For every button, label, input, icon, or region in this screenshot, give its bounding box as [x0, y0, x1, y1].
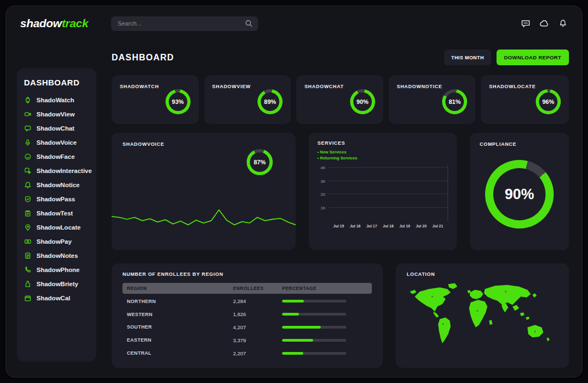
sidebar-item-shadowchat[interactable]: ShadowChat: [24, 124, 89, 132]
percentage-bar: [282, 339, 346, 342]
sidebar-item-shadowtest[interactable]: ShadowTest: [24, 209, 89, 217]
sidebar-item-shadowatch[interactable]: ShadoWatch: [24, 96, 89, 104]
sidebar-list: ShadoWatchShadowViewShadowChatShadowVoic…: [24, 96, 89, 302]
region-label: CENTRAL: [127, 350, 233, 356]
sidebar-item-label: ShadowTest: [36, 210, 73, 217]
services-plot: [328, 165, 448, 221]
gauge-card-shadownotice: SHADOWNOTICE81%: [389, 75, 476, 124]
percentage-bar: [282, 326, 346, 329]
interactive-icon: [24, 166, 32, 175]
download-report-button[interactable]: DOWNLOAD REPORT: [497, 50, 569, 65]
services-legend: New ServicesReturning Services: [317, 150, 448, 160]
sidebar-item-label: ShadowBriety: [36, 281, 78, 287]
logo-part-2: track: [62, 17, 88, 29]
page-header: DASHBOARD THIS MONTH DOWNLOAD REPORT: [112, 50, 569, 65]
services-xaxis: Jul 15Jul 16Jul 17Jul 18Jul 19Jul 20Jul …: [328, 221, 448, 228]
compliance-donut-value: 90%: [485, 160, 554, 228]
sidebar-item-label: ShadowView: [36, 111, 75, 118]
percentage-bar: [282, 352, 346, 355]
sidebar-item-shadownotice[interactable]: ShadowNotice: [24, 181, 89, 189]
bottle-icon: [24, 280, 32, 288]
world-map: [407, 277, 558, 360]
sidebar: DASHBOARD ShadoWatchShadowViewShadowChat…: [17, 68, 96, 362]
gauge-donut-value: 93%: [166, 89, 191, 114]
sidebar-item-shadowvoice[interactable]: ShadowVoice: [24, 138, 89, 146]
percentage-bar: [282, 300, 346, 302]
search-box: [111, 16, 258, 31]
x-tick: Jul 21: [431, 224, 444, 228]
enrollees-card: NUMBER OF ENROLLEES BY REGION REGION ENR…: [112, 263, 383, 368]
services-chart: 4K3K2K1K: [317, 165, 448, 221]
y-tick: 1K: [321, 206, 326, 211]
sidebar-item-shadowphone[interactable]: ShadowPhone: [24, 265, 89, 274]
notes-icon: [24, 251, 32, 260]
cloud-icon[interactable]: [539, 18, 549, 29]
col-percentage: PERCENTAGE: [282, 286, 367, 291]
x-tick: Jul 17: [365, 224, 378, 228]
face-icon: [24, 152, 32, 160]
sidebar-item-shadowcal[interactable]: ShadowCal: [24, 294, 89, 302]
compliance-donut: 90%: [485, 160, 554, 228]
x-tick: Jul 19: [398, 224, 411, 228]
gauge-card-shadowatch: SHADOWATCH93%: [112, 75, 199, 124]
percentage-bar: [282, 313, 346, 316]
sidebar-item-shadowface[interactable]: ShadowFace: [24, 152, 89, 160]
legend-item: New Services: [317, 150, 448, 155]
gauge-donut-value: 81%: [442, 89, 467, 114]
sidebar-item-shadowbriety[interactable]: ShadowBriety: [24, 280, 89, 288]
header-actions: THIS MONTH DOWNLOAD REPORT: [444, 50, 569, 65]
table-row: CENTRAL2,207: [122, 347, 372, 359]
gauge-donut: 96%: [536, 89, 561, 114]
y-tick: 2K: [321, 192, 326, 197]
sidebar-item-shadowpass[interactable]: ShadowPass: [24, 195, 89, 203]
services-card: SERVICES New ServicesReturning Services …: [309, 133, 457, 250]
video-icon: [24, 110, 32, 118]
topbar-icons: [520, 18, 568, 29]
table-header: REGION ENROLLEES PERCENTAGE: [122, 283, 372, 294]
sidebar-item-shadowinteractive[interactable]: ShadowInteractive: [24, 166, 89, 175]
search-input[interactable]: [111, 16, 258, 31]
sidebar-item-shadowlocate[interactable]: ShadowLocate: [24, 223, 89, 231]
enrollees-title: NUMBER OF ENROLLEES BY REGION: [122, 271, 372, 277]
gauge-donut-value: 89%: [258, 89, 283, 114]
col-enrollees: ENROLLEES: [233, 286, 282, 291]
gauge-donut-value: 90%: [350, 89, 375, 114]
sidebar-item-label: ShadowChat: [36, 125, 75, 132]
sidebar-item-shadowview[interactable]: ShadowView: [24, 110, 89, 118]
calendar-icon: [24, 294, 32, 302]
app-logo: shadowtrack: [20, 17, 111, 30]
sidebar-item-label: ShadowLocate: [36, 224, 81, 231]
shadowvoice-title: SHADOWVOICE: [112, 141, 296, 147]
region-label: EASTERN: [127, 337, 233, 343]
table-row: EASTERN3,379: [122, 334, 372, 346]
table-row: SOUTHER4,207: [122, 321, 372, 333]
sidebar-item-label: ShadowPay: [36, 238, 72, 245]
gauge-card-shadowchat: SHADOWCHAT90%: [296, 75, 383, 124]
sidebar-item-label: ShadowFace: [36, 153, 75, 160]
sidebar-item-shadowpay[interactable]: ShadowPay: [24, 237, 89, 245]
compliance-title: COMPLIANCE: [480, 141, 559, 147]
this-month-button[interactable]: THIS MONTH: [444, 50, 491, 65]
bottom-row: NUMBER OF ENROLLEES BY REGION REGION ENR…: [112, 263, 569, 368]
topbar: shadowtrack: [6, 6, 582, 41]
pass-icon: [24, 195, 32, 203]
table-row: NORTHERN2,284: [122, 295, 372, 307]
x-tick: Jul 18: [382, 224, 395, 228]
chat-icon[interactable]: [520, 18, 531, 29]
enrollees-value: 4,207: [233, 324, 282, 330]
location-title: LOCATION: [407, 271, 558, 277]
services-title: SERVICES: [317, 140, 448, 146]
bell-icon[interactable]: [558, 18, 568, 29]
pay-icon: [24, 237, 32, 245]
sidebar-item-shadownotes[interactable]: ShadowNotes: [24, 251, 89, 260]
shadowvoice-card: SHADOWVOICE 87%: [112, 133, 296, 250]
gauge-card-title: SHADOWATCH: [120, 84, 159, 116]
middle-row: SHADOWVOICE 87% SERVICES New ServicesRet…: [112, 133, 569, 250]
bell-icon: [24, 181, 32, 189]
sidebar-item-label: ShadowVoice: [36, 139, 77, 146]
main-area: DASHBOARD THIS MONTH DOWNLOAD REPORT SHA…: [112, 41, 569, 368]
sidebar-title: DASHBOARD: [24, 78, 89, 87]
sidebar-item-label: ShadowInteractive: [36, 168, 92, 174]
compliance-gauge-slot: 90%: [480, 147, 559, 242]
region-label: NORTHERN: [127, 299, 233, 304]
